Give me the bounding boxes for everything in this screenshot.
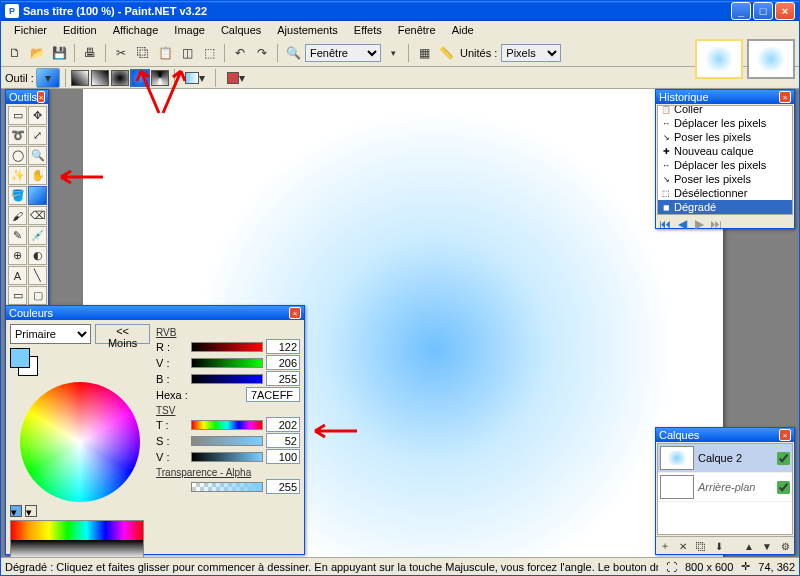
history-item[interactable]: ✚Nouveau calque bbox=[658, 144, 792, 158]
color-mode-button[interactable]: ▾ bbox=[180, 68, 210, 88]
tool-pan[interactable]: ✋ bbox=[28, 166, 47, 185]
history-list[interactable]: 🗋Nouvelle image📋Coller↔Déplacer les pixe… bbox=[657, 105, 793, 215]
input-alpha[interactable] bbox=[266, 479, 300, 494]
input-s[interactable] bbox=[266, 433, 300, 448]
tool-move[interactable]: ✥ bbox=[28, 106, 47, 125]
tool-rect-select[interactable]: ▭ bbox=[8, 106, 27, 125]
tool-gradient[interactable] bbox=[28, 186, 47, 205]
layer-down[interactable]: ▼ bbox=[759, 538, 775, 554]
history-undo[interactable]: ◀ bbox=[675, 217, 689, 231]
menu-effets[interactable]: Effets bbox=[347, 23, 389, 39]
layer-merge[interactable]: ⬇ bbox=[711, 538, 727, 554]
gradient-linear-reflected[interactable] bbox=[91, 70, 109, 86]
maximize-button[interactable]: □ bbox=[753, 2, 773, 20]
tool-brush[interactable]: 🖌 bbox=[8, 206, 27, 225]
tool-color-picker[interactable]: 💉 bbox=[28, 226, 47, 245]
tool-move-selection[interactable]: ⤢ bbox=[28, 126, 47, 145]
menu-image[interactable]: Image bbox=[167, 23, 212, 39]
colors-panel-close-icon[interactable]: × bbox=[289, 307, 301, 319]
history-item[interactable]: 📋Coller bbox=[658, 105, 792, 116]
slider-s[interactable] bbox=[191, 436, 263, 446]
doc-thumb-2[interactable] bbox=[747, 39, 795, 79]
layers-list[interactable]: Calque 2Arrière-plan bbox=[657, 443, 793, 535]
slider-b[interactable] bbox=[191, 374, 263, 384]
close-button[interactable]: × bbox=[775, 2, 795, 20]
paste-button[interactable]: 📋 bbox=[155, 43, 175, 63]
slider-alpha[interactable] bbox=[191, 482, 263, 492]
menu-fenêtre[interactable]: Fenêtre bbox=[391, 23, 443, 39]
doc-thumb-1[interactable] bbox=[695, 39, 743, 79]
tool-line[interactable]: ╲ bbox=[28, 266, 47, 285]
palette-menu-icon[interactable]: ▾ bbox=[25, 505, 37, 517]
history-item[interactable]: ↔Déplacer les pixels bbox=[658, 158, 792, 172]
copy-button[interactable]: ⿻ bbox=[133, 43, 153, 63]
tool-text[interactable]: A bbox=[8, 266, 27, 285]
zoom-select[interactable]: Fenêtre bbox=[305, 44, 381, 62]
menu-edition[interactable]: Edition bbox=[56, 23, 104, 39]
input-b[interactable] bbox=[266, 371, 300, 386]
zoom-tool-icon[interactable]: 🔍 bbox=[283, 43, 303, 63]
slider-t[interactable] bbox=[191, 420, 263, 430]
units-select[interactable]: Pixels bbox=[501, 44, 561, 62]
ruler-button[interactable]: 📏 bbox=[436, 43, 456, 63]
minimize-button[interactable]: _ bbox=[731, 2, 751, 20]
tool-magic-wand[interactable]: ✨ bbox=[8, 166, 27, 185]
cut-button[interactable]: ✂ bbox=[111, 43, 131, 63]
gradient-linear[interactable] bbox=[71, 70, 89, 86]
tools-panel-close-icon[interactable]: × bbox=[37, 91, 45, 103]
input-hexa[interactable] bbox=[246, 387, 300, 402]
print-button[interactable]: 🖶 bbox=[80, 43, 100, 63]
gradient-conical[interactable] bbox=[151, 70, 169, 86]
layer-row[interactable]: Calque 2 bbox=[658, 444, 792, 473]
layer-delete[interactable]: ✕ bbox=[675, 538, 691, 554]
layer-add[interactable]: ＋ bbox=[657, 538, 673, 554]
color-wheel[interactable] bbox=[20, 382, 140, 502]
color-mode-select[interactable]: Primaire bbox=[10, 324, 91, 344]
add-color-icon[interactable]: ▾ bbox=[10, 505, 22, 517]
history-item[interactable]: ◼Dégradé bbox=[658, 200, 792, 214]
palette[interactable] bbox=[10, 520, 144, 560]
tool-rounded-rect[interactable]: ▢ bbox=[28, 286, 47, 305]
grid-button[interactable]: ▦ bbox=[414, 43, 434, 63]
blend-mode-button[interactable]: ▾ bbox=[221, 68, 251, 88]
history-item[interactable]: ⬚Désélectionner bbox=[658, 186, 792, 200]
gradient-diamond[interactable] bbox=[111, 70, 129, 86]
history-item[interactable]: ↘Poser les pixels bbox=[658, 172, 792, 186]
layer-visible-checkbox[interactable] bbox=[777, 481, 790, 494]
slider-r[interactable] bbox=[191, 342, 263, 352]
tool-clone[interactable]: ⊕ bbox=[8, 246, 27, 265]
input-vv[interactable] bbox=[266, 449, 300, 464]
slider-v[interactable] bbox=[191, 358, 263, 368]
menu-aide[interactable]: Aide bbox=[445, 23, 481, 39]
history-rewind[interactable]: ⏮ bbox=[658, 217, 672, 231]
new-button[interactable]: 🗋 bbox=[5, 43, 25, 63]
tool-zoom[interactable]: 🔍 bbox=[28, 146, 47, 165]
history-ffwd[interactable]: ⏭ bbox=[709, 217, 723, 231]
history-item[interactable]: ↔Déplacer les pixels bbox=[658, 116, 792, 130]
color-swatch[interactable] bbox=[10, 348, 40, 378]
tool-fill[interactable]: 🪣 bbox=[8, 186, 27, 205]
layer-up[interactable]: ▲ bbox=[741, 538, 757, 554]
input-v[interactable] bbox=[266, 355, 300, 370]
history-panel-close-icon[interactable]: × bbox=[779, 91, 791, 103]
redo-button[interactable]: ↷ bbox=[252, 43, 272, 63]
input-r[interactable] bbox=[266, 339, 300, 354]
tool-pencil[interactable]: ✎ bbox=[8, 226, 27, 245]
layer-visible-checkbox[interactable] bbox=[777, 452, 790, 465]
menu-affichage[interactable]: Affichage bbox=[106, 23, 166, 39]
layers-panel-close-icon[interactable]: × bbox=[779, 429, 791, 441]
menu-calques[interactable]: Calques bbox=[214, 23, 268, 39]
less-button[interactable]: << Moins bbox=[95, 324, 150, 344]
undo-button[interactable]: ↶ bbox=[230, 43, 250, 63]
crop-button[interactable]: ◫ bbox=[177, 43, 197, 63]
tool-rectangle[interactable]: ▭ bbox=[8, 286, 27, 305]
menu-ajustements[interactable]: Ajustements bbox=[270, 23, 345, 39]
input-t[interactable] bbox=[266, 417, 300, 432]
save-button[interactable]: 💾 bbox=[49, 43, 69, 63]
active-tool-icon[interactable]: ▾ bbox=[36, 68, 60, 88]
tool-ellipse-select[interactable]: ◯ bbox=[8, 146, 27, 165]
open-button[interactable]: 📂 bbox=[27, 43, 47, 63]
tool-recolor[interactable]: ◐ bbox=[28, 246, 47, 265]
menu-fichier[interactable]: Fichier bbox=[7, 23, 54, 39]
layer-props[interactable]: ⚙ bbox=[777, 538, 793, 554]
